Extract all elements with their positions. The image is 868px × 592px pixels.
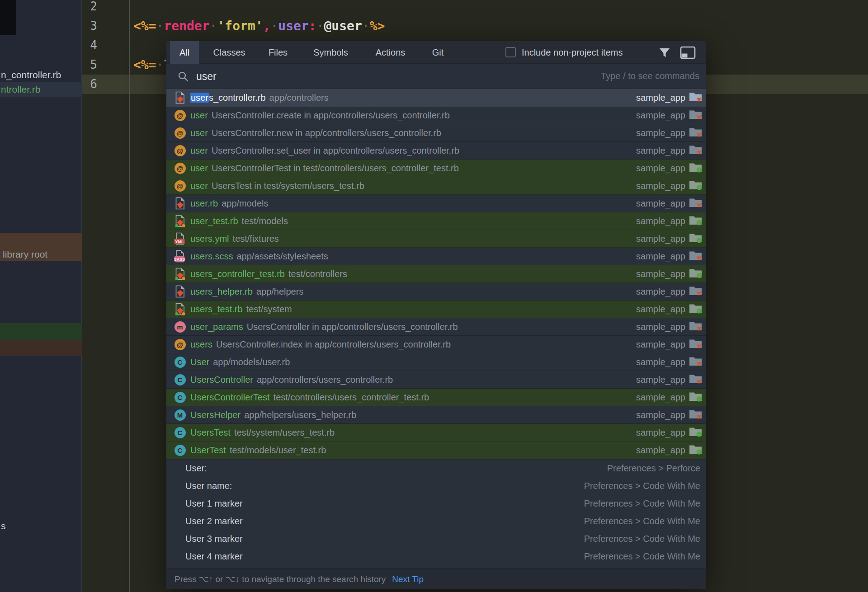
result-name: user — [190, 110, 208, 121]
at-symbol-icon: @ — [174, 162, 186, 174]
result-row[interactable]: SASSusers.scssapp/assets/stylesheetssamp… — [166, 248, 706, 265]
project-tree-item[interactable]: s — [0, 519, 82, 533]
module-icon: M — [174, 409, 186, 421]
result-path: app/helpers — [256, 287, 304, 297]
result-row[interactable]: users_test.rbtest/systemsample_app — [166, 301, 706, 318]
option-location: Preferences > Code With Me — [584, 495, 700, 512]
tab-git[interactable]: Git — [426, 41, 449, 64]
option-location: Preferences > Code With Me — [584, 512, 700, 530]
result-path: test/fixtures — [233, 234, 279, 244]
result-row[interactable]: @userUsersControllerTest in test/control… — [166, 160, 706, 177]
result-name: UsersController — [190, 375, 253, 385]
result-row[interactable]: YMLusers.ymltest/fixturessample_app — [166, 230, 706, 248]
project-tree-item[interactable]: library root — [0, 233, 82, 261]
line-number[interactable]: 4 — [82, 36, 129, 55]
option-label: User 4 marker — [185, 548, 243, 565]
module-folder-icon — [689, 162, 702, 175]
line-number[interactable]: 3 — [82, 16, 129, 36]
code-token: · — [316, 19, 324, 33]
result-name: User — [190, 357, 209, 367]
result-module: sample_app — [636, 216, 685, 226]
result-row[interactable]: @userUsersController.create in app/contr… — [166, 107, 706, 124]
tab-symbols[interactable]: Symbols — [307, 41, 355, 64]
code-token: @user — [324, 19, 362, 33]
result-row[interactable]: CUserapp/models/user.rbsample_app — [166, 353, 706, 371]
option-row[interactable]: User:Preferences > Perforce — [166, 460, 706, 477]
filter-icon[interactable] — [657, 46, 672, 60]
project-tree-item[interactable] — [0, 323, 82, 340]
result-row[interactable]: MUsersHelperapp/helpers/users_helper.rbs… — [166, 406, 706, 424]
result-row[interactable]: user.rbapp/modelssample_app — [166, 195, 706, 212]
preference-options-list: User:Preferences > PerforceUser name:Pre… — [166, 459, 706, 565]
project-tree-item[interactable] — [0, 340, 82, 356]
tab-classes[interactable]: Classes — [206, 41, 252, 64]
result-row[interactable]: @userUsersController.set_user in app/con… — [166, 142, 706, 160]
result-row[interactable]: CUsersControllerTesttest/controllers/use… — [166, 389, 706, 406]
code-token: · — [270, 19, 278, 33]
class-icon: C — [174, 444, 186, 456]
result-row[interactable]: user_test.rbtest/modelssample_app — [166, 212, 706, 230]
project-tree-panel[interactable]: n_controller.rbntroller.rblibrary roots — [0, 0, 82, 592]
module-folder-icon — [689, 91, 702, 104]
result-row[interactable]: CUsersControllerapp/controllers/users_co… — [166, 371, 706, 389]
module-folder-icon — [689, 215, 702, 228]
result-row[interactable]: @usersUsersController.index in app/contr… — [166, 336, 706, 353]
search-results-list: users_controller.rbapp/controllerssample… — [166, 89, 706, 459]
result-module: sample_app — [636, 445, 685, 456]
result-row[interactable]: CUserTesttest/models/user_test.rbsample_… — [166, 442, 706, 459]
include-non-project-label[interactable]: Include non-project items — [522, 41, 623, 64]
line-number[interactable]: 2 — [82, 0, 129, 16]
module-folder-icon — [689, 285, 702, 298]
option-row[interactable]: User 1 markerPreferences > Code With Me — [166, 495, 706, 512]
dialog-tab-bar: Include non-project items AllClassesFile… — [166, 41, 706, 64]
result-name: user.rb — [190, 198, 218, 209]
result-row[interactable]: users_controller_test.rbtest/controllers… — [166, 265, 706, 283]
result-row[interactable]: @userUsersController.new in app/controll… — [166, 124, 706, 142]
result-row[interactable]: CUsersTesttest/system/users_test.rbsampl… — [166, 424, 706, 442]
code-token: %> — [370, 19, 385, 33]
include-non-project-checkbox[interactable] — [505, 47, 516, 57]
module-folder-icon — [689, 127, 702, 140]
option-row[interactable]: User 3 markerPreferences > Code With Me — [166, 530, 706, 548]
option-row[interactable]: User 2 markerPreferences > Code With Me — [166, 512, 706, 530]
project-tree-item[interactable]: n_controller.rb — [0, 68, 82, 82]
method-icon: m — [174, 320, 186, 333]
ide-window: 23456 <%=·render·'form',·user:·@user·%><… — [0, 0, 868, 592]
result-path: test/models — [242, 216, 288, 226]
open-in-window-icon[interactable] — [679, 46, 697, 60]
module-folder-icon — [689, 356, 702, 369]
module-folder-icon — [689, 444, 702, 457]
tab-actions[interactable]: Actions — [368, 41, 412, 64]
result-module: sample_app — [636, 234, 685, 244]
class-icon: C — [174, 391, 186, 404]
search-input[interactable] — [195, 64, 514, 89]
tab-files[interactable]: Files — [263, 41, 293, 64]
result-path: test/system/users_test.rb — [234, 428, 335, 438]
at-symbol-icon: @ — [174, 127, 186, 139]
result-name: user — [190, 181, 208, 191]
class-icon: C — [174, 426, 186, 439]
option-location: Preferences > Code With Me — [584, 530, 700, 548]
code-token: · — [156, 57, 164, 72]
result-path: test/models/user_test.rb — [230, 445, 326, 456]
project-tree-item[interactable]: ntroller.rb — [0, 82, 82, 97]
code-token: , — [263, 19, 271, 33]
tab-all[interactable]: All — [170, 41, 199, 64]
result-path: app/controllers — [269, 93, 329, 103]
result-row[interactable]: users_helper.rbapp/helperssample_app — [166, 283, 706, 301]
line-number[interactable]: 5 — [82, 55, 129, 75]
code-line[interactable]: <%=·render·'form',·user:·@user·%> — [129, 16, 385, 36]
yml-file-icon: YML — [174, 232, 186, 245]
option-row[interactable]: User 4 markerPreferences > Code With Me — [166, 548, 706, 565]
dialog-footer: Press ⌥↑ or ⌥↓ to navigate through the s… — [166, 569, 706, 589]
result-row[interactable]: @userUsersTest in test/system/users_test… — [166, 177, 706, 195]
result-name: UsersHelper — [190, 410, 241, 420]
next-tip-link[interactable]: Next Tip — [392, 574, 424, 584]
line-number[interactable]: 6 — [82, 75, 129, 94]
option-row[interactable]: User name:Preferences > Code With Me — [166, 477, 706, 495]
result-module: sample_app — [636, 93, 685, 103]
result-row[interactable]: muser_paramsUsersController in app/contr… — [166, 318, 706, 336]
module-folder-icon — [689, 303, 702, 316]
result-name: user_test.rb — [190, 216, 238, 226]
result-row[interactable]: users_controller.rbapp/controllerssample… — [166, 89, 706, 107]
